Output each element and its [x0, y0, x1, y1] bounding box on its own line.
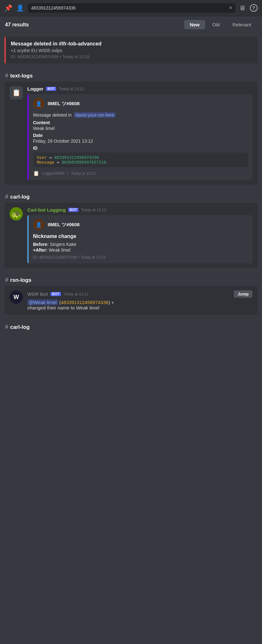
logger-message-card: 📋 Logger BOT Today at 13:12 👤 IIMEL ツ#06… — [4, 82, 258, 185]
embed-deleted-prefix: Message deleted in — [33, 112, 71, 118]
search-box[interactable]: 483391312456974336 × — [28, 3, 235, 13]
wdr-header-info: WDR Bot BOT Today at 13:12 Jump @Weak li… — [27, 290, 252, 310]
wdr-avatar: W — [10, 290, 23, 304]
nickname-after-val: Weak limel — [49, 247, 70, 253]
embed-code-user-label: User — [37, 155, 47, 160]
search-input[interactable]: 483391312456974336 — [31, 5, 227, 10]
help-icon[interactable]: ? — [250, 4, 258, 12]
embed-content-label: Content — [33, 120, 248, 125]
hash-icon-carl-log-1: # — [5, 193, 8, 200]
section-header-rsn-logs: # rsn-logs — [0, 271, 262, 286]
carlbot-message-main: Carl-bot Logging BOT Today at 13:12 👤 II… — [27, 207, 252, 263]
hash-icon-text-logs: # — [5, 72, 8, 79]
user-mention[interactable]: @Weak limel — [27, 299, 58, 305]
deleted-snippet-dot: • — [60, 54, 62, 59]
wdr-header-row: W WDR Bot BOT Today at 13:12 Jump @Weak … — [10, 290, 252, 310]
carlbot-message-time: Today at 13:12 — [81, 208, 106, 212]
logger-embed: 👤 IIMEL ツ#0608 Message deleted in #post-… — [27, 94, 252, 180]
embed-code-msg-value: 903602090507657216 — [62, 160, 106, 165]
filter-tabs: New Old Relevant — [184, 20, 257, 29]
carlbot-avatar: 🐢 — [10, 207, 23, 220]
tab-old[interactable]: Old — [206, 20, 225, 29]
section-header-carl-log-1: # carl-log — [0, 188, 262, 203]
tab-relevant[interactable]: Relevant — [227, 20, 257, 29]
section-label-carl-log-1: carl-log — [10, 194, 30, 200]
carlbot-embed-user-row: 👤 IIMEL ツ#0608 — [33, 219, 248, 230]
deleted-snippet-time: Today at 13:18 — [62, 54, 89, 59]
deleted-snippet-title: Message deleted in #lfr-tob-advanced — [11, 41, 252, 47]
carlbot-message-card: 🐢 Carl-bot Logging BOT Today at 13:12 👤 … — [4, 203, 258, 268]
chat-icon[interactable]: 🖥 — [239, 4, 245, 12]
nickname-change-title: Nickname change — [33, 234, 248, 239]
deleted-snippet: Message deleted in #lfr-tob-advanced +1 … — [4, 37, 258, 64]
hash-icon-carl-log-2: # — [5, 324, 8, 330]
embed-date-value: Friday, 29 October 2021 13:12 — [33, 139, 248, 144]
results-count: 47 results — [5, 22, 179, 28]
nickname-before-val: Singers Kake — [50, 242, 76, 247]
wdr-message-body: @Weak limel (483391312456974336) + chang… — [27, 300, 252, 310]
embed-code-equals2: = — [57, 160, 62, 165]
embed-footer-icon: 📋 — [33, 170, 39, 176]
nickname-id-label: ID: — [33, 255, 38, 260]
jump-button[interactable]: Jump — [234, 290, 252, 298]
user-icon[interactable]: 👤 — [16, 4, 24, 12]
wdr-author: WDR Bot — [27, 291, 48, 297]
deleted-snippet-id: ID: 483391312456974336 — [11, 54, 58, 59]
wdr-message-time: Today at 13:12 — [64, 292, 89, 296]
carlbot-embed-user-avatar: 👤 — [33, 219, 44, 230]
carlbot-bot-badge: BOT — [68, 208, 79, 212]
embed-user-row: 👤 IIMEL ツ#0608 — [33, 98, 248, 109]
nickname-id-val: 483391312456974336 — [39, 255, 77, 260]
section-label-text-logs: text-logs — [10, 73, 33, 79]
nickname-id: ID: 483391312456974336 • Today at 13:12 — [33, 255, 248, 260]
embed-channel-mention[interactable]: #post-your-rsn-here — [74, 112, 116, 118]
embed-username: IIMEL ツ#0608 — [48, 101, 80, 107]
embed-code-user-value: 483391312456974336 — [54, 155, 99, 160]
wdr-message-card: W WDR Bot BOT Today at 13:12 Jump @Weak … — [4, 286, 258, 315]
section-label-rsn-logs: rsn-logs — [10, 277, 31, 283]
nickname-after: +After: Weak limel — [33, 247, 248, 253]
embed-code-msg-label: Message — [37, 160, 54, 165]
logger-message-time: Today at 13:12 — [59, 87, 84, 91]
wdr-close-paren: ) + — [109, 300, 114, 305]
embed-content-value: Weak limel — [33, 126, 248, 131]
embed-id-label: ID — [33, 146, 248, 151]
deleted-snippet-content: +1 scythe EU W505 mdps — [11, 48, 252, 53]
pin-icon[interactable]: 📌 — [4, 4, 12, 12]
wdr-bot-badge: BOT — [50, 292, 61, 296]
bottom-spacer — [0, 333, 262, 339]
hash-icon-rsn-logs: # — [5, 277, 8, 283]
nickname-id-time: Today at 13:12 — [81, 255, 106, 260]
results-bar: 47 results New Old Relevant — [0, 16, 262, 33]
logger-author: Logger — [27, 86, 44, 92]
wdr-body-text: changed their name to Weak limel — [27, 305, 99, 310]
wdr-header-meta: WDR Bot BOT Today at 13:12 Jump — [27, 290, 252, 298]
section-header-text-logs: # text-logs — [0, 67, 262, 82]
embed-deleted-in: Message deleted in #post-your-rsn-here — [33, 112, 248, 118]
embed-footer: 📋 Logger#6088 • Today at 13:12 — [33, 170, 248, 176]
logger-bot-badge: BOT — [46, 87, 57, 91]
embed-date-label: Date — [33, 133, 248, 138]
embed-footer-dot: • — [67, 171, 68, 176]
nickname-before: Before: Singers Kake — [33, 242, 248, 247]
section-label-carl-log-2: carl-log — [10, 324, 30, 330]
embed-code-msg-row: Message = 903602090507657216 — [37, 160, 244, 165]
tab-new[interactable]: New — [184, 20, 205, 29]
logger-message-main: Logger BOT Today at 13:12 👤 IIMEL ツ#0608… — [27, 86, 252, 180]
logger-avatar: 📋 — [10, 86, 23, 99]
wdr-user-id: 483391312456974336 — [61, 300, 108, 305]
search-clear-icon[interactable]: × — [229, 5, 232, 11]
carlbot-author: Carl-bot Logging — [27, 207, 66, 213]
top-bar: 📌 👤 483391312456974336 × 🖥 ? — [0, 0, 262, 16]
embed-user-avatar: 👤 — [33, 98, 44, 109]
deleted-snippet-meta: ID: 483391312456974336 • Today at 13:18 — [11, 54, 252, 59]
section-header-carl-log-2: # carl-log — [0, 318, 262, 333]
logger-message-header: Logger BOT Today at 13:12 — [27, 86, 252, 92]
carlbot-message-header: Carl-bot Logging BOT Today at 13:12 — [27, 207, 252, 213]
carlbot-embed-username: IIMEL ツ#0608 — [48, 222, 80, 228]
embed-footer-author: Logger#6088 — [42, 171, 64, 176]
nickname-before-label: Before: — [33, 242, 49, 247]
embed-footer-time: Today at 13:12 — [71, 171, 96, 176]
nickname-id-dot: • — [78, 255, 80, 260]
top-bar-actions: 🖥 ? — [239, 4, 258, 12]
